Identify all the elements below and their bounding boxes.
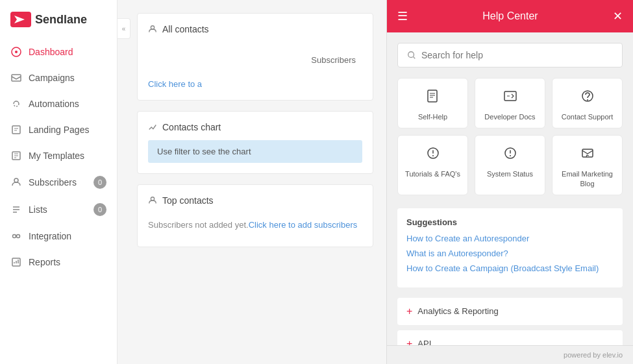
help-center-header: ☰ Help Center ✕: [387, 0, 633, 32]
system-status-label: System Status: [487, 169, 533, 178]
help-search-bar[interactable]: [397, 43, 623, 67]
lists-badge: 0: [93, 203, 106, 216]
email-marketing-blog-icon: [580, 146, 595, 164]
svg-rect-15: [504, 91, 516, 101]
suggestions-title: Suggestions: [406, 217, 614, 227]
help-footer-text: powered by elev.io: [564, 351, 623, 359]
help-icon-email-marketing-blog[interactable]: Email Marketing Blog: [552, 135, 623, 195]
subscribers-label: Subscribers: [148, 42, 362, 78]
sidebar-item-subscribers[interactable]: Subscribers 0: [0, 169, 117, 196]
svg-point-9: [17, 235, 20, 238]
suggestion-autoresponder[interactable]: How to Create an Autoresponder: [406, 234, 614, 243]
my-templates-icon: [10, 150, 22, 162]
help-center-title: Help Center: [408, 10, 613, 22]
sendlane-logo-icon: [10, 12, 31, 27]
all-contacts-title: All contacts: [162, 24, 209, 34]
suggestion-campaign-broadcast[interactable]: How to Create a Campaign (Broadcast Styl…: [406, 263, 614, 273]
campaigns-icon: [10, 72, 22, 84]
help-icon-contact-support[interactable]: Contact Support: [552, 78, 623, 128]
landing-pages-icon: [10, 124, 22, 136]
top-contacts-empty: Subscribers not added yet.Click here to …: [148, 213, 362, 236]
all-contacts-icon: [148, 25, 157, 34]
dashboard-icon: [10, 46, 22, 58]
svg-point-12: [151, 197, 154, 200]
help-icon-tutorials-faqs[interactable]: Tutorials & FAQ's: [397, 135, 468, 195]
sidebar-item-lists-label: Lists: [29, 204, 47, 215]
help-center-menu-icon[interactable]: ☰: [397, 9, 408, 23]
contacts-chart-header: Contacts chart: [148, 122, 362, 132]
top-contacts-empty-prefix: Subscribers not added yet.: [148, 220, 249, 230]
svg-point-7: [14, 178, 18, 182]
top-contacts-header: Top contacts: [148, 195, 362, 206]
top-contacts-card: Top contacts Subscribers not added yet.C…: [137, 184, 373, 247]
svg-rect-22: [582, 149, 593, 157]
all-contacts-header: All contacts: [148, 24, 362, 34]
lists-icon: [10, 204, 22, 215]
search-icon: [407, 51, 416, 60]
help-center-body: Self-Help Developer Docs Contact Support…: [387, 32, 633, 345]
sidebar-item-reports[interactable]: Reports: [0, 249, 117, 275]
help-center-close-button[interactable]: ✕: [613, 9, 623, 23]
svg-point-3: [15, 51, 18, 53]
sidebar-item-lists[interactable]: Lists 0: [0, 196, 117, 223]
accordion-plus-icon-2: +: [406, 338, 412, 345]
svg-point-17: [587, 99, 588, 101]
suggestion-what-autoresponder[interactable]: What is an Autoresponder?: [406, 249, 614, 258]
help-center-panel: ☰ Help Center ✕ Self-Help Developer Docs: [386, 0, 633, 364]
main-content: « All contacts Subscribers Click here to…: [118, 0, 386, 364]
accordion-plus-icon: +: [406, 306, 412, 317]
sidebar-item-landing-pages[interactable]: Landing Pages: [0, 117, 117, 143]
content-area: All contacts Subscribers Click here to a…: [118, 0, 386, 271]
help-icon-self-help[interactable]: Self-Help: [397, 78, 468, 128]
sidebar-item-dashboard-label: Dashboard: [29, 47, 73, 57]
collapse-sidebar-button[interactable]: «: [118, 18, 130, 39]
email-marketing-blog-label: Email Marketing Blog: [558, 169, 617, 188]
self-help-icon: [426, 89, 440, 107]
top-contacts-title: Top contacts: [162, 195, 214, 206]
contact-support-icon: [580, 89, 595, 107]
svg-point-8: [13, 235, 16, 238]
tutorials-faqs-icon: [426, 146, 440, 164]
accordion-analytics-reporting[interactable]: + Analytics & Reporting: [397, 298, 623, 325]
all-contacts-link[interactable]: Click here to a: [148, 79, 202, 89]
contact-support-label: Contact Support: [562, 112, 614, 121]
accordion-api[interactable]: + API: [397, 330, 623, 345]
developer-docs-icon: [503, 89, 517, 107]
contacts-chart-title: Contacts chart: [162, 122, 221, 132]
sidebar-nav: Dashboard Campaigns Automations Landing …: [0, 39, 117, 364]
sidebar-item-reports-label: Reports: [29, 257, 60, 267]
sidebar-item-subscribers-label: Subscribers: [29, 177, 77, 188]
search-input[interactable]: [421, 50, 613, 60]
add-subscribers-link[interactable]: Click here to add subscribers: [249, 220, 358, 230]
sidebar-item-dashboard[interactable]: Dashboard: [0, 39, 117, 65]
help-icon-developer-docs[interactable]: Developer Docs: [475, 78, 545, 128]
sidebar-item-landing-pages-label: Landing Pages: [29, 125, 89, 135]
automations-icon: [10, 98, 22, 110]
contacts-chart-card: Contacts chart Use filter to see the cha…: [137, 111, 373, 174]
top-contacts-icon: [148, 196, 157, 205]
reports-icon: [10, 256, 22, 268]
tutorials-faqs-label: Tutorials & FAQ's: [405, 169, 460, 178]
sidebar-item-automations-label: Automations: [29, 99, 79, 109]
subscribers-icon: [10, 176, 22, 188]
sidebar-item-my-templates[interactable]: My Templates: [0, 143, 117, 169]
sidebar-item-campaigns[interactable]: Campaigns: [0, 65, 117, 91]
svg-point-11: [151, 26, 154, 29]
all-contacts-card: All contacts Subscribers Click here to a: [137, 13, 373, 101]
integration-icon: [10, 230, 22, 242]
system-status-icon: [503, 146, 517, 164]
sidebar-item-automations[interactable]: Automations: [0, 91, 117, 117]
sidebar-item-campaigns-label: Campaigns: [29, 73, 75, 83]
svg-rect-5: [12, 126, 20, 134]
accordion-analytics-reporting-label: Analytics & Reporting: [417, 306, 498, 316]
help-icons-grid: Self-Help Developer Docs Contact Support…: [397, 78, 623, 195]
svg-rect-14: [428, 90, 437, 102]
help-center-footer: powered by elev.io: [387, 345, 633, 364]
sidebar-item-integration[interactable]: Integration: [0, 223, 117, 249]
suggestions-section: Suggestions How to Create an Autorespond…: [397, 208, 623, 287]
help-icon-system-status[interactable]: System Status: [475, 135, 545, 195]
subscribers-badge: 0: [93, 176, 106, 189]
svg-point-19: [432, 155, 434, 156]
accordion-api-label: API: [417, 339, 431, 345]
svg-point-13: [408, 52, 414, 58]
